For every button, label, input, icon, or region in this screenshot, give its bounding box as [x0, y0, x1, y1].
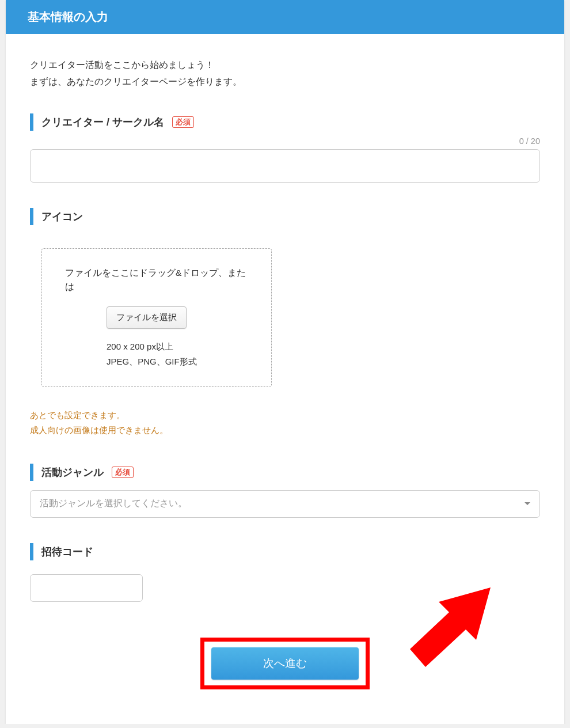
header-title: 基本情報の入力 [28, 10, 108, 23]
icon-note-1: あとでも設定できます。 [30, 408, 540, 423]
creator-name-label-row: クリエイター / サークル名 必須 [30, 113, 540, 131]
genre-label: 活動ジャンル [41, 465, 104, 479]
required-badge: 必須 [112, 467, 134, 478]
form-content: クリエイター活動をここから始めましょう！ まずは、あなたのクリエイターページを作… [6, 34, 564, 724]
hint-format: JPEG、PNG、GIF形式 [107, 354, 250, 369]
required-badge: 必須 [172, 116, 194, 128]
file-dropzone[interactable]: ファイルをここにドラッグ&ドロップ、または ファイルを選択 200 x 200 … [41, 248, 272, 388]
invite-label: 招待コード [41, 545, 93, 559]
section-accent-bar [30, 464, 33, 481]
svg-marker-0 [410, 587, 491, 667]
invite-label-row: 招待コード [30, 543, 540, 560]
highlight-frame: 次へ進む [200, 638, 370, 689]
intro-line-1: クリエイター活動をここから始めましょう！ [30, 57, 540, 74]
creator-name-input[interactable] [30, 149, 540, 183]
char-counter: 0 / 20 [30, 136, 540, 146]
intro-line-2: まずは、あなたのクリエイターページを作ります。 [30, 74, 540, 90]
icon-note-2: 成人向けの画像は使用できません。 [30, 423, 540, 438]
submit-row: 次へ進む [30, 638, 540, 689]
hint-size: 200 x 200 px以上 [107, 339, 250, 354]
section-accent-bar [30, 208, 33, 225]
intro-text: クリエイター活動をここから始めましょう！ まずは、あなたのクリエイターページを作… [30, 57, 540, 90]
genre-placeholder: 活動ジャンルを選択してください。 [40, 498, 187, 510]
invite-code-input[interactable] [30, 574, 143, 602]
form-container: 基本情報の入力 クリエイター活動をここから始めましょう！ まずは、あなたのクリエ… [6, 0, 564, 724]
icon-label-row: アイコン [30, 208, 540, 225]
creator-name-label: クリエイター / サークル名 [41, 115, 164, 129]
dropzone-hint: 200 x 200 px以上 JPEG、PNG、GIF形式 [107, 339, 250, 370]
dropzone-instruction: ファイルをここにドラッグ&ドロップ、または [65, 266, 250, 294]
arrow-annotation-icon [398, 574, 496, 672]
genre-select[interactable]: 活動ジャンルを選択してください。 [30, 490, 540, 518]
chevron-down-icon [525, 502, 530, 505]
icon-label: アイコン [41, 210, 83, 223]
panel-header: 基本情報の入力 [6, 0, 564, 34]
genre-label-row: 活動ジャンル 必須 [30, 464, 540, 481]
section-accent-bar [30, 543, 33, 560]
choose-file-button[interactable]: ファイルを選択 [107, 306, 187, 329]
section-accent-bar [30, 113, 33, 131]
icon-notes: あとでも設定できます。 成人向けの画像は使用できません。 [30, 408, 540, 438]
next-button[interactable]: 次へ進む [211, 647, 359, 680]
